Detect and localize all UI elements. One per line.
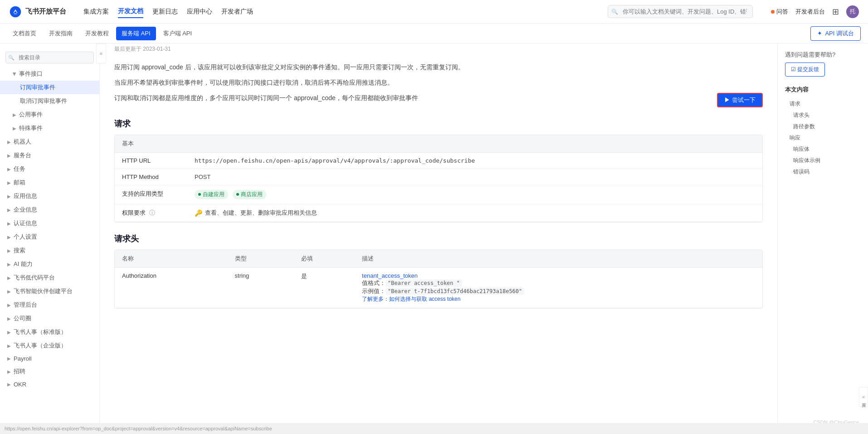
sidebar-item-unsubscribe-event[interactable]: 取消订阅审批事件: [0, 94, 99, 108]
toc-item-response[interactable]: 响应: [785, 132, 861, 144]
app-type-label: 支持的应用类型: [115, 185, 187, 204]
http-url-value: https://open.feishu.cn/open-apis/approva…: [187, 152, 762, 169]
arrow-icon: ▶: [7, 221, 11, 226]
sidebar-item-personal-settings[interactable]: ▶ 个人设置: [0, 230, 99, 244]
sidebar-item-mail[interactable]: ▶ 邮箱: [0, 176, 99, 189]
second-nav-dev-tutorial[interactable]: 开发教程: [80, 27, 114, 40]
toc-item-response-body[interactable]: 响应体: [785, 144, 861, 155]
format-code: "Bearer access_token ": [385, 280, 462, 287]
second-nav-server-api[interactable]: 服务端 API: [116, 27, 156, 40]
sidebar-label: 事件接口: [19, 70, 43, 78]
nav-search-area: [608, 5, 753, 18]
sidebar-item-bot[interactable]: ▶ 机器人: [0, 135, 99, 149]
search-input[interactable]: [608, 5, 753, 18]
tag-label: 商店应用: [241, 191, 263, 198]
second-nav-client-api[interactable]: 客户端 API: [158, 27, 198, 40]
sidebar-label: 飞书低代码平台: [14, 274, 55, 282]
sidebar-label: 公用事件: [19, 111, 43, 119]
arrow-icon: ▶: [7, 235, 11, 240]
arrow-icon: ▶: [7, 316, 11, 321]
nav-link-3[interactable]: 应用中心: [187, 6, 212, 18]
info-icon: ⓘ: [149, 209, 155, 216]
dev-console-link[interactable]: 开发者后台: [795, 8, 825, 16]
arrow-icon: ▶: [7, 153, 11, 158]
sidebar-item-enterprise-info[interactable]: ▶ 企业信息: [0, 203, 99, 217]
auth-required: 是: [294, 267, 355, 308]
col-type: 类型: [228, 250, 294, 268]
sidebar-item-service-desk[interactable]: ▶ 服务台: [0, 149, 99, 162]
svg-point-0: [10, 6, 21, 17]
feishu-logo-icon: [9, 5, 22, 18]
logo-area: 飞书开放平台: [9, 5, 73, 18]
toc-item-request[interactable]: 请求: [785, 98, 861, 110]
sidebar-item-special-events[interactable]: ▶ 特殊事件: [0, 121, 99, 135]
nav-link-4[interactable]: 开发者广场: [221, 6, 253, 18]
nav-link-2[interactable]: 更新日志: [152, 6, 178, 18]
toc-item-request-header[interactable]: 请求头: [785, 110, 861, 121]
avatar[interactable]: 托: [846, 5, 859, 18]
logo-text: 飞书开放平台: [25, 7, 66, 16]
arrow-icon: ▶: [13, 126, 16, 131]
perm-label: 权限要求 ⓘ: [115, 204, 187, 222]
nav-link-1[interactable]: 开发文档: [118, 5, 143, 18]
sidebar-item-public-events[interactable]: ▶ 公用事件: [0, 108, 99, 121]
tenant-access-token-link[interactable]: tenant_access_token: [362, 272, 418, 279]
toc-item-error-code[interactable]: 错误码: [785, 166, 861, 178]
sidebar-label: 任务: [14, 165, 25, 173]
perm-value-text: 查看、创建、更新、删除审批应用相关信息: [205, 209, 317, 217]
page-desc-3: 订阅和取消订阅都是应用维度的，多个应用可以同时订阅同一个 approval_co…: [114, 93, 712, 104]
sidebar-label: 认证信息: [14, 219, 37, 227]
sidebar-label: 应用信息: [14, 192, 37, 200]
page-date: 最后更新于 2023-01-31: [114, 45, 763, 53]
sidebar-item-search[interactable]: ▶ 搜索: [0, 244, 99, 257]
sidebar-item-app-info[interactable]: ▶ 应用信息: [0, 189, 99, 203]
sidebar-label: 特殊事件: [19, 124, 43, 132]
sidebar-label: 订阅审批事件: [20, 83, 55, 92]
grid-icon[interactable]: ⊞: [832, 7, 839, 17]
perm-label-text: 权限要求: [122, 209, 146, 216]
http-url-label: HTTP URL: [115, 152, 187, 169]
sidebar-item-lowcode[interactable]: ▶ 飞书低代码平台: [0, 271, 99, 285]
sidebar-item-ai-partner[interactable]: ▶ 飞书智能伙伴创建平台: [0, 285, 99, 298]
key-icon: 🔑: [195, 209, 202, 217]
arrow-icon: ▶: [7, 262, 11, 267]
arrow-icon: ▶: [7, 180, 11, 185]
http-method-value: POST: [187, 169, 762, 185]
auth-name: Authorization: [115, 267, 228, 308]
sidebar-item-admin[interactable]: ▶ 管理后台: [0, 298, 99, 312]
sidebar-item-hr-standard[interactable]: ▶ 飞书人事（标准版）: [0, 325, 99, 330]
toc-item-response-example[interactable]: 响应体示例: [785, 155, 861, 166]
sidebar-label: 个人设置: [14, 233, 37, 241]
feedback-button[interactable]: ☑ 提交反馈: [785, 63, 825, 77]
arrow-icon: ▶: [7, 140, 11, 145]
table-row-app-type: 支持的应用类型 自建应用 商店应用: [115, 185, 762, 204]
sidebar-collapse-button[interactable]: «: [96, 43, 106, 63]
sidebar-search-area: [0, 48, 99, 67]
sidebar-label: 搜索: [14, 246, 25, 255]
nav-link-0[interactable]: 集成方案: [83, 6, 109, 18]
sidebar-item-task[interactable]: ▶ 任务: [0, 162, 99, 176]
second-nav-docs-home[interactable]: 文档首页: [7, 27, 42, 40]
table-row-url: HTTP URL https://open.feishu.cn/open-api…: [115, 152, 762, 169]
arrow-icon: ▶: [7, 330, 11, 330]
sidebar-item-subscribe-event[interactable]: 订阅审批事件: [0, 81, 99, 94]
sidebar-item-event-interface[interactable]: ▶ 事件接口: [0, 67, 99, 81]
qa-button[interactable]: 问答: [771, 8, 788, 16]
request-header-title: 请求头: [114, 233, 763, 244]
sidebar-label: 公司圈: [14, 314, 31, 323]
col-required: 必填: [294, 250, 355, 268]
table-row-method: HTTP Method POST: [115, 169, 762, 185]
second-nav-dev-guide[interactable]: 开发指南: [44, 27, 78, 40]
toc-item-path-params[interactable]: 路径参数: [785, 121, 861, 132]
sidebar-search-input[interactable]: [5, 52, 94, 63]
right-help-section: 遇到问题需要帮助? ☑ 提交反馈: [785, 51, 861, 77]
sidebar-label: 邮箱: [14, 178, 25, 187]
try-button[interactable]: ▶ 尝试一下: [717, 93, 763, 107]
tag-label: 自建应用: [203, 191, 224, 198]
api-debug-button[interactable]: ✦ API 调试台: [810, 26, 861, 41]
sidebar-item-company-circle[interactable]: ▶ 公司圈: [0, 312, 99, 325]
sidebar-item-ai[interactable]: ▶ AI 能力: [0, 257, 99, 271]
arrow-icon: ▶: [7, 303, 11, 308]
page-desc-1: 应用订阅 approval_code 后，该应用就可以收到该审批定义对应实例的事…: [114, 62, 763, 73]
sidebar-item-auth-info[interactable]: ▶ 认证信息: [0, 217, 99, 230]
